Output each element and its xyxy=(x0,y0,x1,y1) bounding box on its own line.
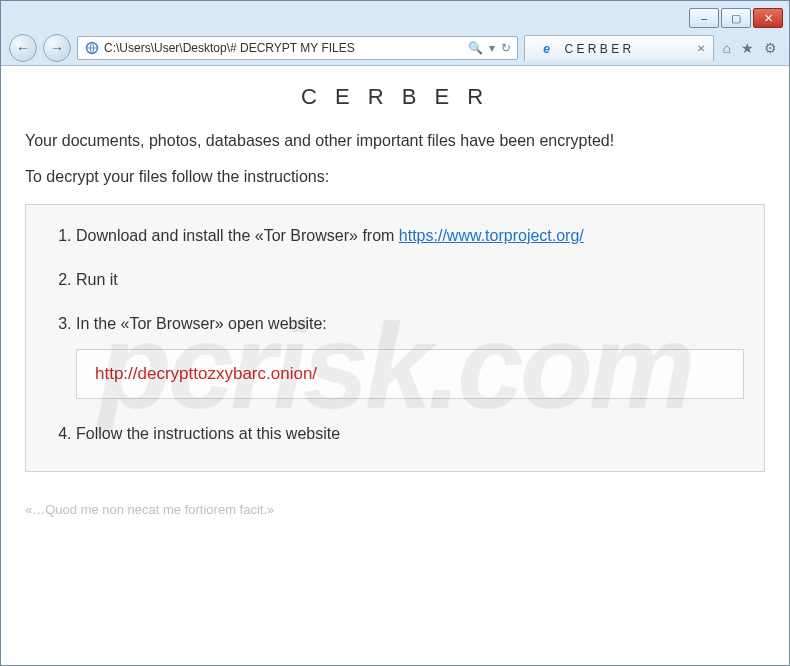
footer-quote: «…Quod me non necat me fortiorem facit.» xyxy=(25,502,765,517)
close-button[interactable]: ✕ xyxy=(753,8,783,28)
tab-close-icon[interactable]: ✕ xyxy=(697,43,705,54)
refresh-icon[interactable]: ↻ xyxy=(501,41,511,55)
search-icon[interactable]: 🔍 xyxy=(468,41,483,55)
step-2: Run it xyxy=(76,271,744,289)
step-1-text: Download and install the «Tor Browser» f… xyxy=(76,227,399,244)
page-content: pcrisk.com C E R B E R Your documents, p… xyxy=(1,65,789,665)
step-3: In the «Tor Browser» open website: http:… xyxy=(76,315,744,399)
minimize-button[interactable]: – xyxy=(689,8,719,28)
forward-button[interactable]: → xyxy=(43,34,71,62)
address-tools: 🔍 ▾ ↻ xyxy=(462,41,517,55)
settings-icon[interactable]: ⚙ xyxy=(764,40,777,56)
instructions-intro: To decrypt your files follow the instruc… xyxy=(25,168,765,186)
browser-tab[interactable]: e C E R B E R ✕ xyxy=(524,35,714,61)
favorites-icon[interactable]: ★ xyxy=(741,40,754,56)
address-text: C:\Users\User\Desktop\# DECRYPT MY FILES xyxy=(104,41,462,55)
address-bar[interactable]: C:\Users\User\Desktop\# DECRYPT MY FILES… xyxy=(77,36,518,60)
ie-page-icon xyxy=(84,40,100,56)
maximize-button[interactable]: ▢ xyxy=(721,8,751,28)
step-3-text: In the «Tor Browser» open website: xyxy=(76,315,327,332)
instructions-list: Download and install the «Tor Browser» f… xyxy=(46,227,744,443)
instructions-box: Download and install the «Tor Browser» f… xyxy=(25,204,765,472)
tab-title: C E R B E R xyxy=(565,42,632,56)
encrypted-warning: Your documents, photos, databases and ot… xyxy=(25,132,765,150)
back-button[interactable]: ← xyxy=(9,34,37,62)
browser-toolbar: ← → C:\Users\User\Desktop\# DECRYPT MY F… xyxy=(1,31,789,65)
step-1: Download and install the «Tor Browser» f… xyxy=(76,227,744,245)
home-icon[interactable]: ⌂ xyxy=(723,40,731,56)
browser-tools: ⌂ ★ ⚙ xyxy=(719,40,781,56)
dropdown-icon[interactable]: ▾ xyxy=(489,41,495,55)
browser-window: – ▢ ✕ ← → C:\Users\User\Desktop\# DECRYP… xyxy=(0,0,790,666)
tor-project-link[interactable]: https://www.torproject.org/ xyxy=(399,227,584,244)
step-4: Follow the instructions at this website xyxy=(76,425,744,443)
window-titlebar: – ▢ ✕ xyxy=(1,1,789,31)
onion-url-box: http://decrypttozxybarc.onion/ xyxy=(76,349,744,399)
ie-tab-icon: e xyxy=(539,41,555,57)
onion-url[interactable]: http://decrypttozxybarc.onion/ xyxy=(95,364,317,383)
page-title: C E R B E R xyxy=(25,84,765,110)
